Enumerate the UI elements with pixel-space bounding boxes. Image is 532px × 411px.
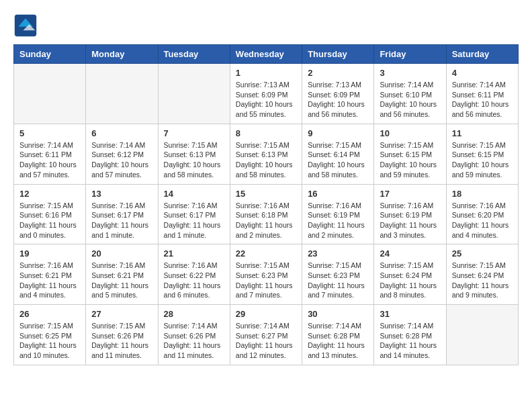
cell-content: Sunrise: 7:16 AM Sunset: 6:21 PM Dayligh… — [91, 261, 152, 300]
calendar-cell — [158, 64, 230, 124]
day-number: 3 — [380, 68, 440, 78]
day-number: 8 — [236, 128, 296, 138]
calendar-cell: 21Sunrise: 7:16 AM Sunset: 6:22 PM Dayli… — [158, 244, 230, 305]
cell-content: Sunrise: 7:14 AM Sunset: 6:10 PM Dayligh… — [380, 80, 440, 120]
calendar-cell: 18Sunrise: 7:16 AM Sunset: 6:20 PM Dayli… — [446, 184, 518, 244]
cell-content: Sunrise: 7:14 AM Sunset: 6:28 PM Dayligh… — [308, 321, 368, 361]
cell-content: Sunrise: 7:15 AM Sunset: 6:13 PM Dayligh… — [236, 140, 296, 180]
cell-content: Sunrise: 7:15 AM Sunset: 6:14 PM Dayligh… — [308, 140, 368, 180]
calendar-cell: 22Sunrise: 7:15 AM Sunset: 6:23 PM Dayli… — [230, 244, 302, 305]
calendar-cell: 1Sunrise: 7:13 AM Sunset: 6:09 PM Daylig… — [230, 64, 302, 124]
calendar-cell — [14, 64, 86, 124]
cell-content: Sunrise: 7:14 AM Sunset: 6:26 PM Dayligh… — [164, 321, 224, 361]
day-number: 25 — [452, 248, 513, 259]
cell-content: Sunrise: 7:15 AM Sunset: 6:16 PM Dayligh… — [19, 201, 80, 240]
day-number: 30 — [308, 309, 368, 319]
day-number: 17 — [380, 189, 440, 199]
week-row-5: 26Sunrise: 7:15 AM Sunset: 6:25 PM Dayli… — [14, 305, 519, 365]
calendar-cell: 19Sunrise: 7:16 AM Sunset: 6:21 PM Dayli… — [14, 244, 86, 305]
day-number: 20 — [91, 248, 152, 259]
day-number: 4 — [452, 68, 513, 78]
cell-content: Sunrise: 7:15 AM Sunset: 6:25 PM Dayligh… — [19, 321, 80, 361]
cell-content: Sunrise: 7:16 AM Sunset: 6:20 PM Dayligh… — [452, 201, 513, 240]
day-number: 26 — [19, 309, 80, 319]
calendar-cell: 8Sunrise: 7:15 AM Sunset: 6:13 PM Daylig… — [230, 124, 302, 184]
cell-content: Sunrise: 7:16 AM Sunset: 6:17 PM Dayligh… — [164, 201, 224, 240]
calendar-cell: 10Sunrise: 7:15 AM Sunset: 6:15 PM Dayli… — [374, 124, 446, 184]
cell-content: Sunrise: 7:15 AM Sunset: 6:23 PM Dayligh… — [308, 261, 368, 300]
calendar-cell: 12Sunrise: 7:15 AM Sunset: 6:16 PM Dayli… — [14, 184, 86, 244]
cell-content: Sunrise: 7:14 AM Sunset: 6:12 PM Dayligh… — [91, 140, 152, 180]
day-number: 5 — [19, 128, 80, 138]
calendar-cell: 16Sunrise: 7:16 AM Sunset: 6:19 PM Dayli… — [302, 184, 374, 244]
logo — [13, 13, 40, 38]
cell-content: Sunrise: 7:16 AM Sunset: 6:19 PM Dayligh… — [308, 201, 368, 240]
day-number: 6 — [91, 128, 152, 138]
calendar-cell: 13Sunrise: 7:16 AM Sunset: 6:17 PM Dayli… — [86, 184, 158, 244]
calendar-cell: 14Sunrise: 7:16 AM Sunset: 6:17 PM Dayli… — [158, 184, 230, 244]
calendar-cell: 3Sunrise: 7:14 AM Sunset: 6:10 PM Daylig… — [374, 64, 446, 124]
week-row-4: 19Sunrise: 7:16 AM Sunset: 6:21 PM Dayli… — [14, 244, 519, 305]
calendar-cell — [446, 305, 518, 365]
day-number: 16 — [308, 189, 368, 199]
cell-content: Sunrise: 7:16 AM Sunset: 6:19 PM Dayligh… — [380, 201, 440, 240]
day-number: 19 — [19, 248, 80, 259]
calendar-cell — [86, 64, 158, 124]
cell-content: Sunrise: 7:14 AM Sunset: 6:11 PM Dayligh… — [452, 80, 513, 120]
day-number: 18 — [452, 189, 513, 199]
calendar-cell: 27Sunrise: 7:15 AM Sunset: 6:26 PM Dayli… — [86, 305, 158, 365]
weekday-header-monday: Monday — [86, 45, 158, 64]
cell-content: Sunrise: 7:16 AM Sunset: 6:22 PM Dayligh… — [164, 261, 224, 300]
calendar-cell: 26Sunrise: 7:15 AM Sunset: 6:25 PM Dayli… — [14, 305, 86, 365]
calendar-cell: 2Sunrise: 7:13 AM Sunset: 6:09 PM Daylig… — [302, 64, 374, 124]
cell-content: Sunrise: 7:15 AM Sunset: 6:26 PM Dayligh… — [91, 321, 152, 361]
day-number: 9 — [308, 128, 368, 138]
cell-content: Sunrise: 7:13 AM Sunset: 6:09 PM Dayligh… — [236, 80, 296, 120]
day-number: 29 — [236, 309, 296, 319]
calendar-cell: 4Sunrise: 7:14 AM Sunset: 6:11 PM Daylig… — [446, 64, 518, 124]
weekday-header-wednesday: Wednesday — [230, 45, 302, 64]
calendar: SundayMondayTuesdayWednesdayThursdayFrid… — [13, 44, 519, 365]
day-number: 21 — [164, 248, 224, 259]
cell-content: Sunrise: 7:13 AM Sunset: 6:09 PM Dayligh… — [308, 80, 368, 120]
calendar-cell: 17Sunrise: 7:16 AM Sunset: 6:19 PM Dayli… — [374, 184, 446, 244]
calendar-cell: 11Sunrise: 7:15 AM Sunset: 6:15 PM Dayli… — [446, 124, 518, 184]
calendar-cell: 30Sunrise: 7:14 AM Sunset: 6:28 PM Dayli… — [302, 305, 374, 365]
calendar-cell: 24Sunrise: 7:15 AM Sunset: 6:24 PM Dayli… — [374, 244, 446, 305]
day-number: 13 — [91, 189, 152, 199]
calendar-cell: 6Sunrise: 7:14 AM Sunset: 6:12 PM Daylig… — [86, 124, 158, 184]
day-number: 27 — [91, 309, 152, 319]
calendar-cell: 15Sunrise: 7:16 AM Sunset: 6:18 PM Dayli… — [230, 184, 302, 244]
cell-content: Sunrise: 7:14 AM Sunset: 6:11 PM Dayligh… — [19, 140, 80, 180]
day-number: 22 — [236, 248, 296, 259]
calendar-cell: 5Sunrise: 7:14 AM Sunset: 6:11 PM Daylig… — [14, 124, 86, 184]
day-number: 23 — [308, 248, 368, 259]
weekday-header-sunday: Sunday — [14, 45, 86, 64]
cell-content: Sunrise: 7:15 AM Sunset: 6:15 PM Dayligh… — [452, 140, 513, 180]
cell-content: Sunrise: 7:14 AM Sunset: 6:27 PM Dayligh… — [236, 321, 296, 361]
weekday-header-saturday: Saturday — [446, 45, 518, 64]
cell-content: Sunrise: 7:15 AM Sunset: 6:23 PM Dayligh… — [236, 261, 296, 300]
day-number: 7 — [164, 128, 224, 138]
page-header — [13, 13, 519, 38]
day-number: 15 — [236, 189, 296, 199]
cell-content: Sunrise: 7:15 AM Sunset: 6:13 PM Dayligh… — [164, 140, 224, 180]
logo-icon — [13, 13, 38, 38]
calendar-cell: 29Sunrise: 7:14 AM Sunset: 6:27 PM Dayli… — [230, 305, 302, 365]
cell-content: Sunrise: 7:16 AM Sunset: 6:17 PM Dayligh… — [91, 201, 152, 240]
cell-content: Sunrise: 7:16 AM Sunset: 6:18 PM Dayligh… — [236, 201, 296, 240]
cell-content: Sunrise: 7:15 AM Sunset: 6:24 PM Dayligh… — [380, 261, 440, 300]
week-row-2: 5Sunrise: 7:14 AM Sunset: 6:11 PM Daylig… — [14, 124, 519, 184]
calendar-cell: 25Sunrise: 7:15 AM Sunset: 6:24 PM Dayli… — [446, 244, 518, 305]
calendar-cell: 20Sunrise: 7:16 AM Sunset: 6:21 PM Dayli… — [86, 244, 158, 305]
day-number: 31 — [380, 309, 440, 319]
week-row-1: 1Sunrise: 7:13 AM Sunset: 6:09 PM Daylig… — [14, 64, 519, 124]
day-number: 28 — [164, 309, 224, 319]
cell-content: Sunrise: 7:14 AM Sunset: 6:28 PM Dayligh… — [380, 321, 440, 361]
day-number: 12 — [19, 189, 80, 199]
cell-content: Sunrise: 7:16 AM Sunset: 6:21 PM Dayligh… — [19, 261, 80, 300]
calendar-cell: 23Sunrise: 7:15 AM Sunset: 6:23 PM Dayli… — [302, 244, 374, 305]
calendar-cell: 31Sunrise: 7:14 AM Sunset: 6:28 PM Dayli… — [374, 305, 446, 365]
week-row-3: 12Sunrise: 7:15 AM Sunset: 6:16 PM Dayli… — [14, 184, 519, 244]
weekday-header-thursday: Thursday — [302, 45, 374, 64]
